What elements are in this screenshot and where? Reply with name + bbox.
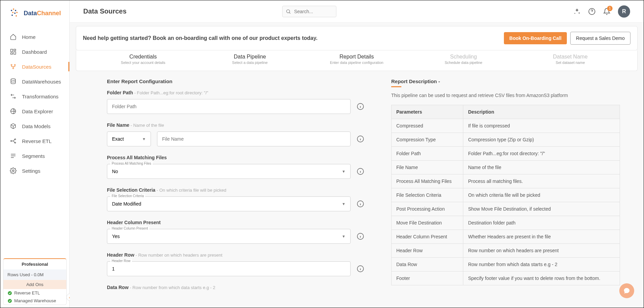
folder-path-input[interactable]	[107, 99, 351, 114]
param-name: Compressed	[392, 119, 463, 133]
param-desc: Whether Headers are present in the file	[463, 230, 620, 244]
step-title: Credentials	[90, 54, 197, 60]
nav-label: Settings	[22, 168, 40, 174]
float-label: Header Row	[110, 259, 132, 263]
info-icon[interactable]	[357, 103, 364, 110]
info-icon[interactable]	[357, 135, 364, 143]
nav: Home Dashboard DataSources DataWarehouse…	[0, 26, 69, 256]
step-credentials[interactable]: CredentialsSelect your account details	[90, 54, 197, 65]
nav-dashboard[interactable]: Dashboard	[0, 44, 69, 59]
field-label: Header Column Present	[107, 220, 161, 225]
step-sub: Schedule data pipeline	[410, 61, 517, 65]
search-wrap	[282, 6, 336, 17]
svg-point-20	[13, 170, 14, 172]
param-desc: On which criteria file will be picked	[463, 188, 620, 202]
avatar[interactable]: R	[618, 5, 630, 18]
nav-segments[interactable]: Segments	[0, 148, 69, 163]
step-dataset-name: Dataset NameSet dataset name	[517, 54, 624, 65]
table-row: Post Processing ActionShow Move File Des…	[392, 202, 620, 216]
info-icon[interactable]	[357, 200, 364, 208]
nav-home[interactable]: Home	[0, 29, 69, 44]
nav-datawarehouses[interactable]: DataWarehouses	[0, 74, 69, 89]
help-icon[interactable]	[588, 8, 596, 15]
nav-reverse-etl[interactable]: Reverse ETL	[0, 134, 69, 148]
step-sub: Select your account details	[90, 61, 197, 65]
info-icon[interactable]	[357, 265, 364, 273]
file-name-input[interactable]	[157, 132, 351, 146]
transform-icon	[10, 93, 17, 100]
field-file-name: File Name - Name of the file Exact▼	[107, 122, 364, 146]
table-row: File Selection CriteriaOn which criteria…	[392, 188, 620, 202]
svg-rect-10	[14, 52, 16, 54]
nav-transformations[interactable]: Transformations	[0, 89, 69, 104]
match-type-select[interactable]: Exact▼	[107, 132, 151, 146]
table-row: File NameName of the file	[392, 161, 620, 174]
table-row: Compression TypeCompression type (Zip or…	[392, 133, 620, 147]
info-icon[interactable]	[357, 233, 364, 240]
table-row: Header Column PresentWhether Headers are…	[392, 230, 620, 244]
addon-label: Managed Warehouse	[14, 298, 56, 303]
plan-addons-heading: Add Ons	[3, 280, 66, 289]
form-column: Enter Report Configuration Folder Path -…	[107, 78, 364, 308]
request-demo-button[interactable]: Request a Sales Demo	[570, 32, 630, 45]
svg-point-6	[16, 12, 18, 13]
top-actions: 1 R	[573, 5, 630, 18]
float-label: File Selection Criteria	[110, 194, 145, 198]
param-desc: Compression type (Zip or Gzip)	[463, 133, 620, 147]
table-row: FooterSpecify footer value if you want t…	[392, 271, 620, 285]
table-row: Move File DestinationDestination folder …	[392, 216, 620, 230]
file-selection-select[interactable]: File Selection Criteria Date Modified▼	[107, 196, 351, 211]
field-header-row: Header Row - Row number on which headers…	[107, 252, 364, 276]
nav-settings[interactable]: Settings	[0, 163, 69, 178]
logo[interactable]: DataChannel	[0, 0, 69, 26]
explorer-icon	[10, 108, 17, 115]
notifications-button[interactable]: 1	[603, 8, 610, 15]
param-desc: Row number on which headers are present	[463, 244, 620, 258]
sidebar: DataChannel Home Dashboard DataSources D…	[0, 0, 70, 308]
step-report-details[interactable]: Report DetailsEnter data pipeline config…	[303, 54, 410, 65]
svg-rect-9	[14, 49, 16, 51]
nav-data-models[interactable]: Data Models	[0, 119, 69, 134]
select-value: Yes	[112, 234, 120, 239]
onboarding-banner: Need help getting started? Book an on-bo…	[76, 26, 638, 50]
nav-datasources[interactable]: DataSources	[0, 59, 69, 74]
svg-point-19	[15, 142, 16, 143]
segments-icon	[10, 152, 17, 159]
param-name: Process All Matching Files	[392, 174, 463, 188]
step-title: Scheduling	[410, 54, 517, 60]
chat-icon	[623, 287, 630, 294]
underline	[391, 86, 401, 87]
sparkle-icon[interactable]	[573, 8, 581, 15]
step-pipeline[interactable]: Data PipelineSelect a data pipeline	[197, 54, 304, 65]
logo-text: DataChannel	[24, 10, 61, 17]
header-row-input[interactable]	[107, 261, 351, 276]
datasources-icon	[10, 63, 17, 70]
step-title: Report Details	[303, 54, 410, 60]
svg-point-7	[16, 15, 17, 17]
step-title: Dataset Name	[517, 54, 624, 60]
page-title: Data Sources	[83, 7, 127, 15]
param-desc: Process all matching files.	[463, 174, 620, 188]
models-icon	[10, 123, 17, 129]
nav-data-explorer[interactable]: Data Explorer	[0, 104, 69, 119]
info-icon[interactable]	[357, 168, 364, 175]
process-all-select[interactable]: Process All Matching Files No▼	[107, 164, 351, 179]
param-name: Header Row	[392, 244, 463, 258]
book-onboarding-button[interactable]: Book On-Boarding Call	[504, 32, 567, 44]
svg-rect-11	[11, 53, 13, 54]
field-header-column: Header Column Present Header Column Pres…	[107, 219, 364, 244]
field-process-all: Process All Matching Files Process All M…	[107, 155, 364, 179]
plan-card: Professional Rows Used - 0.0M Add Ons Re…	[3, 258, 67, 305]
svg-point-23	[287, 9, 290, 13]
header-column-select[interactable]: Header Column Present Yes▼	[107, 229, 351, 244]
param-name: Compression Type	[392, 133, 463, 147]
description-title: Report Description -	[391, 78, 620, 84]
chat-button[interactable]	[619, 283, 634, 298]
plan-name: Professional	[3, 259, 66, 269]
field-data-row: Data Row - Row number from which data st…	[107, 284, 364, 290]
field-hint: - On which criteria file will be picked	[155, 188, 226, 193]
nav-label: Home	[22, 34, 36, 40]
svg-point-1	[13, 8, 14, 10]
banner-text: Need help getting started? Book an on-bo…	[83, 35, 504, 41]
stepper: CredentialsSelect your account details D…	[76, 50, 638, 71]
